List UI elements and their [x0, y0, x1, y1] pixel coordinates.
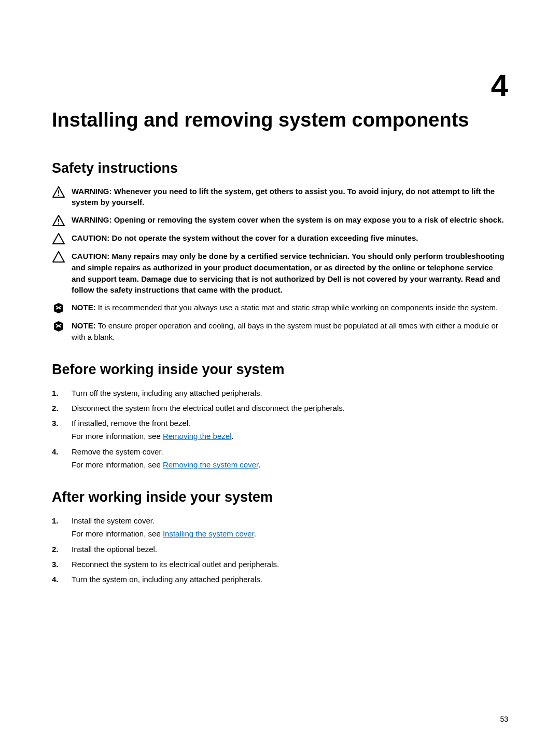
caution-label: CAUTION:: [72, 252, 112, 260]
warning-block: WARNING: Opening or removing the system …: [52, 214, 508, 226]
warning-block: WARNING: Whenever you need to lift the s…: [52, 186, 508, 209]
warning-text: Whenever you need to lift the system, ge…: [72, 187, 495, 207]
note-text: To ensure proper operation and cooling, …: [72, 321, 498, 341]
note-label: NOTE:: [72, 303, 98, 312]
list-item: Remove the system cover. For more inform…: [52, 446, 508, 471]
chapter-number: 4: [491, 67, 508, 103]
warning-icon: [52, 215, 65, 226]
page-number: 53: [500, 715, 508, 723]
step-subtext-prefix: For more information, see: [72, 432, 163, 440]
warning-icon: [52, 186, 65, 198]
step-text: Turn off the system, including any attac…: [72, 389, 262, 397]
step-subtext-prefix: For more information, see: [72, 460, 163, 469]
list-item: Reconnect the system to its electrical o…: [52, 558, 508, 570]
list-item: Install the system cover. For more infor…: [52, 515, 508, 540]
before-heading: Before working inside your system: [52, 362, 508, 378]
svg-marker-7: [53, 252, 64, 262]
step-text: Install the system cover.: [72, 516, 155, 525]
after-heading: After working inside your system: [52, 489, 508, 505]
before-steps: Turn off the system, including any attac…: [52, 387, 508, 471]
list-item: Install the optional bezel.: [52, 543, 508, 555]
caution-icon: [52, 233, 65, 244]
page-title: Installing and removing system component…: [52, 109, 508, 132]
step-text: Install the optional bezel.: [72, 545, 157, 554]
list-item: Disconnect the system from the electrica…: [52, 402, 508, 414]
step-subtext-suffix: .: [258, 460, 260, 469]
svg-marker-6: [53, 233, 64, 244]
caution-block: CAUTION: Do not operate the system witho…: [52, 232, 508, 244]
note-block: NOTE: To ensure proper operation and coo…: [52, 320, 508, 343]
removing-bezel-link[interactable]: Removing the bezel: [163, 432, 232, 440]
list-item: Turn the system on, including any attach…: [52, 573, 508, 585]
step-text: If installed, remove the front bezel.: [72, 419, 190, 428]
note-icon: [53, 321, 64, 332]
installing-system-cover-link[interactable]: Installing the system cover: [163, 529, 254, 538]
warning-label: WARNING:: [72, 187, 114, 196]
svg-point-2: [58, 195, 59, 196]
caution-text: Do not operate the system without the co…: [112, 233, 418, 242]
step-text: Turn the system on, including any attach…: [72, 575, 262, 584]
after-steps: Install the system cover. For more infor…: [52, 515, 508, 585]
step-subtext-suffix: .: [231, 432, 233, 440]
note-label: NOTE:: [72, 321, 98, 330]
safety-heading: Safety instructions: [52, 160, 508, 176]
note-text: It is recommended that you always use a …: [98, 303, 498, 312]
note-icon: [53, 302, 64, 314]
note-block: NOTE: It is recommended that you always …: [52, 302, 508, 314]
caution-text: Many repairs may only be done by a certi…: [72, 252, 505, 294]
step-text: Reconnect the system to its electrical o…: [72, 560, 279, 569]
step-subtext-suffix: .: [254, 529, 256, 538]
removing-system-cover-link[interactable]: Removing the system cover: [163, 460, 258, 469]
list-item: Turn off the system, including any attac…: [52, 387, 508, 399]
step-subtext-prefix: For more information, see: [72, 529, 163, 538]
step-text: Remove the system cover.: [72, 447, 163, 456]
warning-text: Opening or removing the system cover whe…: [114, 215, 504, 224]
svg-point-5: [58, 223, 59, 224]
caution-block: CAUTION: Many repairs may only be done b…: [52, 251, 508, 296]
step-text: Disconnect the system from the electrica…: [72, 404, 345, 412]
warning-label: WARNING:: [72, 215, 114, 224]
list-item: If installed, remove the front bezel. Fo…: [52, 417, 508, 443]
caution-icon: [52, 251, 65, 263]
caution-label: CAUTION:: [72, 233, 112, 242]
